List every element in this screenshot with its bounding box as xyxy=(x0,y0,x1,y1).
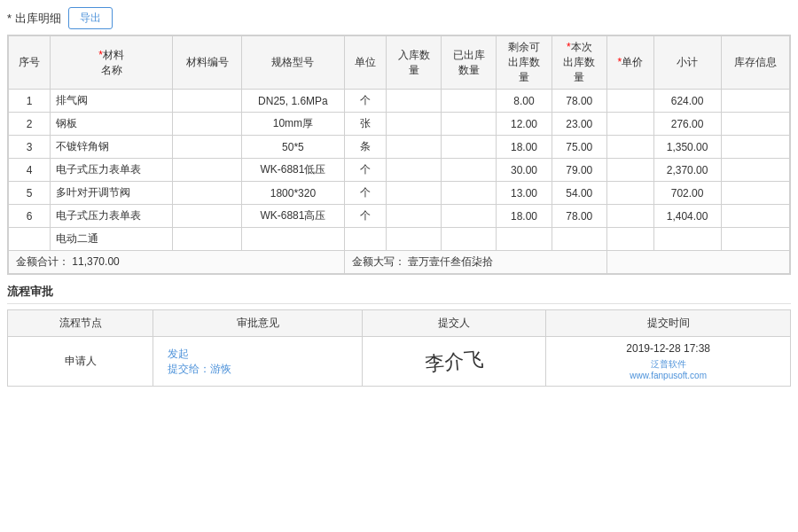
opinion-main[interactable]: 发起 xyxy=(168,348,189,360)
cell-out-qty xyxy=(442,182,497,205)
cell-unit-price xyxy=(606,205,653,228)
cell-stock-info xyxy=(721,90,790,113)
approval-col-time: 提交时间 xyxy=(546,310,791,337)
cell-subtotal: 2,370.00 xyxy=(653,159,721,182)
cell-material-no xyxy=(173,136,241,159)
col-stock-info: 库存信息 xyxy=(721,36,790,90)
cell-material-no xyxy=(173,228,241,251)
table-container: 序号 *材料名称 材料编号 规格型号 单位 入库数量 已出库数量 剩余可出库数量… xyxy=(7,35,791,275)
cell-out-qty xyxy=(442,228,497,251)
approval-cell-submitter: 李介飞 xyxy=(363,337,546,387)
cell-unit-price xyxy=(606,90,653,113)
cell-subtotal: 276.00 xyxy=(653,113,721,136)
approval-row: 申请人 发起 提交给：游恢 李介飞 2019-12-28 17:38 泛普软件w… xyxy=(8,337,791,387)
col-out-qty: 已出库数量 xyxy=(442,36,497,90)
table-row: 1 排气阀 DN25, 1.6MPa 个 8.00 78.00 624.00 xyxy=(9,90,790,113)
cell-material-no xyxy=(173,205,241,228)
cell-spec: 1800*320 xyxy=(241,182,344,205)
total-row: 金额合计： 11,370.00 金额大写： 壹万壹仟叁佰柒拾 xyxy=(9,251,790,274)
big-amount-label: 金额大写： xyxy=(352,255,405,268)
cell-remain-qty: 12.00 xyxy=(497,113,552,136)
table-header-row: 序号 *材料名称 材料编号 规格型号 单位 入库数量 已出库数量 剩余可出库数量… xyxy=(9,36,790,90)
cell-out-qty xyxy=(442,90,497,113)
cell-unit: 条 xyxy=(345,136,387,159)
cell-this-qty: 54.00 xyxy=(552,182,606,205)
cell-stock-info xyxy=(721,182,790,205)
cell-spec: 50*5 xyxy=(241,136,344,159)
cell-remain-qty xyxy=(497,228,552,251)
cell-out-qty xyxy=(442,159,497,182)
cell-remain-qty: 18.00 xyxy=(497,205,552,228)
items-table: 序号 *材料名称 材料编号 规格型号 单位 入库数量 已出库数量 剩余可出库数量… xyxy=(8,35,790,274)
col-seq: 序号 xyxy=(9,36,51,90)
cell-material-no xyxy=(173,159,241,182)
cell-unit-price xyxy=(606,228,653,251)
export-button[interactable]: 导出 xyxy=(68,7,113,29)
section-label: * 出库明细 xyxy=(7,11,61,27)
cell-unit-price xyxy=(606,113,653,136)
cell-subtotal: 1,350.00 xyxy=(653,136,721,159)
cell-stock-info xyxy=(721,228,790,251)
cell-this-qty: 75.00 xyxy=(552,136,606,159)
cell-unit: 个 xyxy=(345,205,387,228)
cell-in-qty xyxy=(387,90,442,113)
table-row: 5 多叶对开调节阀 1800*320 个 13.00 54.00 702.00 xyxy=(9,182,790,205)
table-row: 电动二通 xyxy=(9,228,790,251)
cell-spec: WK-6881低压 xyxy=(241,159,344,182)
approval-header-row: 流程节点 审批意见 提交人 提交时间 xyxy=(8,310,791,337)
cell-material-name: 不镀锌角钢 xyxy=(50,136,172,159)
cell-material-no xyxy=(173,113,241,136)
submit-time: 2019-12-28 17:38 xyxy=(555,342,781,355)
big-amount-value: 壹万壹仟叁佰柒拾 xyxy=(408,255,493,268)
cell-material-no xyxy=(173,90,241,113)
cell-spec: DN25, 1.6MPa xyxy=(241,90,344,113)
cell-this-qty xyxy=(552,228,606,251)
cell-seq: 3 xyxy=(9,136,51,159)
opinion-sub[interactable]: 提交给：游恢 xyxy=(168,363,231,375)
cell-subtotal: 624.00 xyxy=(653,90,721,113)
cell-seq: 6 xyxy=(9,205,51,228)
cell-seq: 2 xyxy=(9,113,51,136)
cell-spec xyxy=(241,228,344,251)
cell-in-qty xyxy=(387,182,442,205)
cell-this-qty: 23.00 xyxy=(552,113,606,136)
col-this-qty: *本次出库数量 xyxy=(552,36,606,90)
cell-remain-qty: 8.00 xyxy=(497,90,552,113)
col-unit: 单位 xyxy=(345,36,387,90)
cell-remain-qty: 30.00 xyxy=(497,159,552,182)
table-row: 4 电子式压力表单表 WK-6881低压 个 30.00 79.00 2,370… xyxy=(9,159,790,182)
total-label: 金额合计： xyxy=(16,255,69,268)
approval-cell-time: 2019-12-28 17:38 泛普软件www.fanpusoft.com xyxy=(546,337,791,387)
col-in-qty: 入库数量 xyxy=(387,36,442,90)
approval-col-opinion: 审批意见 xyxy=(153,310,363,337)
cell-this-qty: 78.00 xyxy=(552,90,606,113)
approval-col-node: 流程节点 xyxy=(8,310,153,337)
col-subtotal: 小计 xyxy=(653,36,721,90)
cell-seq: 1 xyxy=(9,90,51,113)
cell-remain-qty: 18.00 xyxy=(497,136,552,159)
total-value: 11,370.00 xyxy=(72,255,119,268)
cell-stock-info xyxy=(721,136,790,159)
main-table-wrapper: 序号 *材料名称 材料编号 规格型号 单位 入库数量 已出库数量 剩余可出库数量… xyxy=(7,35,791,275)
cell-in-qty xyxy=(387,159,442,182)
table-row: 6 电子式压力表单表 WK-6881高压 个 18.00 78.00 1,404… xyxy=(9,205,790,228)
cell-unit-price xyxy=(606,136,653,159)
cell-spec: 10mm厚 xyxy=(241,113,344,136)
cell-in-qty xyxy=(387,205,442,228)
cell-subtotal xyxy=(653,228,721,251)
cell-unit: 个 xyxy=(345,90,387,113)
cell-material-name: 电子式压力表单表 xyxy=(50,205,172,228)
cell-out-qty xyxy=(442,113,497,136)
approval-section: 流程审批 流程节点 审批意见 提交人 提交时间 申请人 发起 提交给：游恢 李介… xyxy=(7,284,791,387)
cell-unit-price xyxy=(606,159,653,182)
cell-remain-qty: 13.00 xyxy=(497,182,552,205)
cell-out-qty xyxy=(442,205,497,228)
cell-unit xyxy=(345,228,387,251)
approval-table: 流程节点 审批意见 提交人 提交时间 申请人 发起 提交给：游恢 李介飞 201… xyxy=(7,309,791,387)
cell-material-name: 排气阀 xyxy=(50,90,172,113)
approval-title: 流程审批 xyxy=(7,284,791,304)
approval-col-submitter: 提交人 xyxy=(363,310,546,337)
cell-spec: WK-6881高压 xyxy=(241,205,344,228)
cell-in-qty xyxy=(387,136,442,159)
approval-cell-node: 申请人 xyxy=(8,337,153,387)
